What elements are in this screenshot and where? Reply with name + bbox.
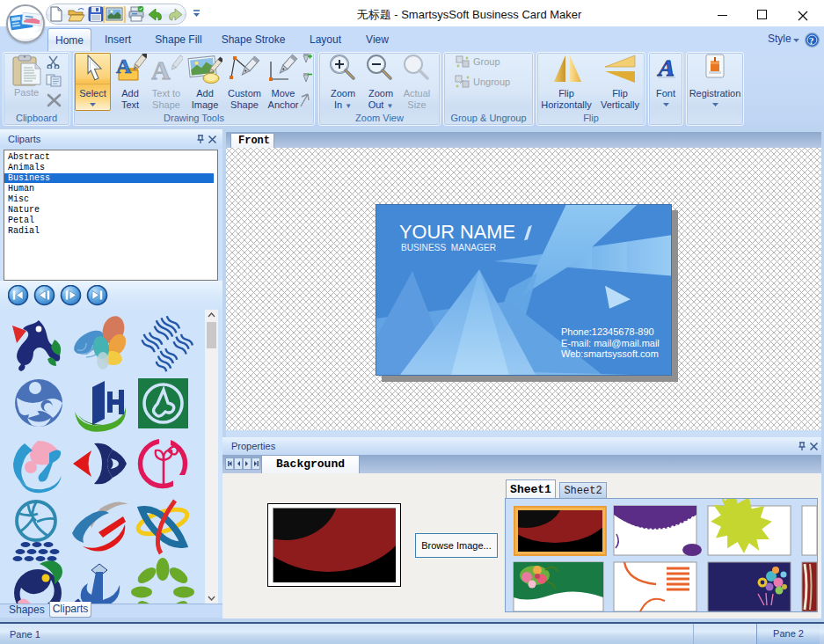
svg-text:YOUR NAME: YOUR NAME [399, 222, 515, 243]
svg-text:?: ? [809, 35, 814, 46]
svg-text:E-mail: mail@mail.mail: E-mail: mail@mail.mail [561, 338, 660, 348]
svg-text:BUSINESS MANAGER: BUSINESS MANAGER [401, 243, 496, 252]
svg-text:A: A [116, 55, 132, 77]
svg-text:Phone:12345678-890: Phone:12345678-890 [561, 326, 654, 337]
svg-text:Web:smartsyssoft.com: Web:smartsyssoft.com [561, 348, 659, 359]
svg-text:A: A [151, 55, 171, 84]
